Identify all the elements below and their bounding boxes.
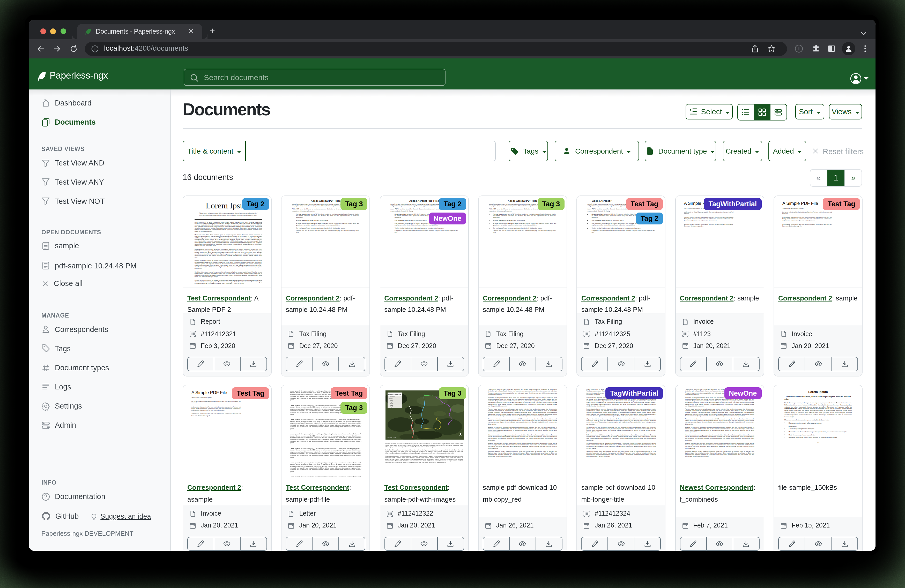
svg-text:Legend: Legend (388, 398, 392, 399)
svg-text:Day 1: Day 1 (390, 400, 393, 401)
svg-text:Google Earth: Google Earth (387, 437, 396, 438)
svg-text:Boundary Waters Trip: Boundary Waters Trip (388, 394, 401, 395)
svg-text:Day 2: Day 2 (390, 401, 393, 403)
svg-text:Day 3: Day 3 (390, 403, 393, 404)
svg-text:Day 5: Day 5 (390, 406, 393, 407)
svg-text:14 days in BWCA: 14 days in BWCA (388, 396, 396, 397)
svg-text:Day 4: Day 4 (390, 405, 393, 406)
